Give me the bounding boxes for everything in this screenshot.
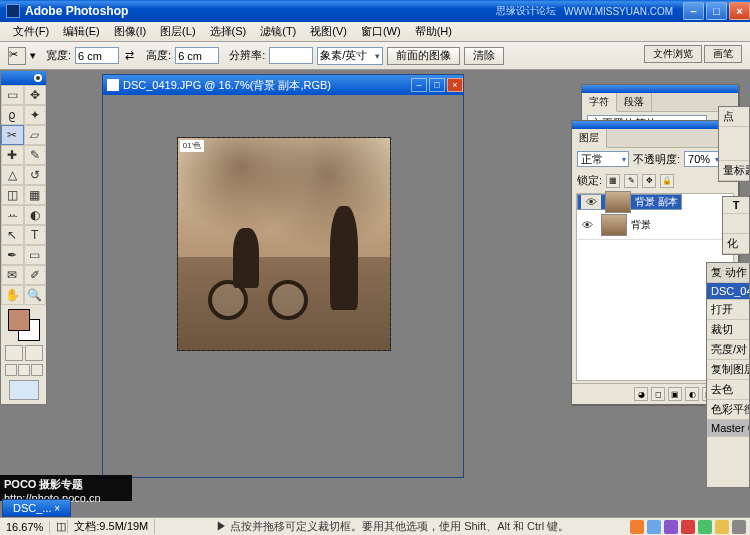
visibility-icon[interactable]: 👁 — [577, 219, 597, 231]
resolution-unit-select[interactable]: 象素/英寸 — [317, 47, 383, 65]
adjustment-layer-icon[interactable]: ◐ — [685, 387, 699, 401]
eyedropper-tool[interactable]: ✐ — [24, 265, 47, 285]
standard-mode-icon[interactable] — [5, 345, 23, 361]
fg-color[interactable] — [8, 309, 30, 331]
path-select-tool[interactable]: ↖ — [1, 225, 24, 245]
history-brush-tool[interactable]: ↺ — [24, 165, 47, 185]
lock-trans-icon[interactable]: ▦ — [606, 174, 620, 188]
menu-edit[interactable]: 编辑(E) — [56, 22, 107, 41]
action-item[interactable]: 亮度/对 — [707, 340, 749, 360]
action-item[interactable]: 复制图层 — [707, 360, 749, 380]
notes-tool[interactable]: ✉ — [1, 265, 24, 285]
menu-window[interactable]: 窗口(W) — [354, 22, 408, 41]
slice-tool[interactable]: ▱ — [24, 125, 47, 145]
height-input[interactable]: 6 cm — [175, 47, 219, 64]
menu-image[interactable]: 图像(I) — [107, 22, 153, 41]
palette-drag-bar[interactable] — [582, 85, 738, 93]
layer-row[interactable]: 👁 背景 副本 — [577, 194, 682, 210]
color-swatches[interactable] — [8, 309, 40, 341]
screen-standard-icon[interactable] — [5, 364, 17, 376]
layer-thumb[interactable] — [605, 191, 631, 213]
tray-icon[interactable] — [630, 520, 644, 534]
status-icon[interactable]: ◫ — [50, 520, 68, 533]
visibility-icon[interactable]: 👁 — [581, 195, 601, 209]
stamp-tool[interactable]: △ — [1, 165, 24, 185]
lasso-tool[interactable]: ϱ — [1, 105, 24, 125]
tray-icon[interactable] — [647, 520, 661, 534]
doc-tab[interactable]: DSC_... × — [2, 499, 71, 517]
dodge-tool[interactable]: ◐ — [24, 205, 47, 225]
menu-layer[interactable]: 图层(L) — [153, 22, 202, 41]
crop-tool[interactable]: ✂ — [1, 125, 24, 145]
layer-mask-icon[interactable]: ◻ — [651, 387, 665, 401]
toolbox-header[interactable] — [1, 71, 46, 85]
wand-tool[interactable]: ✦ — [24, 105, 47, 125]
resolution-input[interactable] — [269, 47, 313, 64]
tray-icon[interactable] — [664, 520, 678, 534]
tray-icon[interactable] — [732, 520, 746, 534]
menu-help[interactable]: 帮助(H) — [408, 22, 459, 41]
heal-tool[interactable]: ✚ — [1, 145, 24, 165]
doc-close-button[interactable]: × — [447, 78, 463, 92]
doc-maximize-button[interactable]: □ — [429, 78, 445, 92]
blend-mode-select[interactable]: 正常 — [577, 151, 629, 167]
window-close-button[interactable]: × — [729, 2, 750, 20]
layer-name[interactable]: 背景 — [631, 218, 733, 232]
layer-thumb[interactable] — [601, 214, 627, 236]
action-item[interactable]: 去色 — [707, 380, 749, 400]
action-set[interactable]: DSC_04 — [707, 283, 749, 300]
dock-brush-tab[interactable]: 画笔 — [704, 45, 742, 63]
tray-icon[interactable] — [715, 520, 729, 534]
dock-filebrowser-tab[interactable]: 文件浏览 — [644, 45, 702, 63]
pen-tool[interactable]: ✒ — [1, 245, 24, 265]
zoom-level[interactable]: 16.67% — [0, 521, 50, 533]
move-tool[interactable]: ✥ — [24, 85, 47, 105]
clear-button[interactable]: 清除 — [464, 47, 504, 65]
menu-file[interactable]: 文件(F) — [6, 22, 56, 41]
screen-fullmenu-icon[interactable] — [18, 364, 30, 376]
rect-marquee-tool[interactable]: ▭ — [1, 85, 24, 105]
lock-paint-icon[interactable]: ✎ — [624, 174, 638, 188]
layer-row[interactable]: 👁 背景 — [577, 210, 733, 240]
action-item[interactable]: 色彩平衡 — [707, 400, 749, 420]
tab-layers[interactable]: 图层 — [572, 129, 607, 148]
brush-tool[interactable]: ✎ — [24, 145, 47, 165]
layer-style-icon[interactable]: ◕ — [634, 387, 648, 401]
opacity-input[interactable]: 70% — [684, 151, 722, 167]
right-strip-a: 点 量标题 — [718, 106, 750, 182]
width-input[interactable]: 6 cm — [75, 47, 119, 64]
lock-move-icon[interactable]: ✥ — [642, 174, 656, 188]
doc-size[interactable]: 文档:9.5M/19M — [68, 519, 155, 534]
hand-tool[interactable]: ✋ — [1, 285, 24, 305]
menu-view[interactable]: 视图(V) — [303, 22, 354, 41]
document-titlebar[interactable]: DSC_0419.JPG @ 16.7%(背景 副本,RGB) – □ × — [103, 75, 463, 95]
front-image-button[interactable]: 前面的图像 — [387, 47, 460, 65]
screen-full-icon[interactable] — [31, 364, 43, 376]
action-item[interactable]: 裁切 — [707, 320, 749, 340]
window-minimize-button[interactable]: – — [683, 2, 704, 20]
jump-imageready-icon[interactable] — [9, 380, 39, 400]
action-item[interactable]: 打开 — [707, 300, 749, 320]
shape-tool[interactable]: ▭ — [24, 245, 47, 265]
tray-icon[interactable] — [681, 520, 695, 534]
tab-paragraph[interactable]: 段落 — [617, 93, 652, 111]
lock-all-icon[interactable]: 🔒 — [660, 174, 674, 188]
window-maximize-button[interactable]: □ — [706, 2, 727, 20]
action-item[interactable]: Master C — [707, 420, 749, 437]
canvas-crop-area[interactable]: 01'色 — [177, 137, 391, 351]
zoom-tool[interactable]: 🔍 — [24, 285, 47, 305]
crop-tool-icon[interactable]: ✂ — [8, 47, 26, 65]
doc-minimize-button[interactable]: – — [411, 78, 427, 92]
palette-drag-bar[interactable] — [572, 121, 738, 129]
blur-tool[interactable]: ꕀ — [1, 205, 24, 225]
type-tool[interactable]: T — [24, 225, 47, 245]
tab-character[interactable]: 字符 — [582, 93, 617, 112]
layer-name[interactable]: 背景 副本 — [635, 195, 678, 209]
eraser-tool[interactable]: ◫ — [1, 185, 24, 205]
tray-icon[interactable] — [698, 520, 712, 534]
layer-set-icon[interactable]: ▣ — [668, 387, 682, 401]
menu-select[interactable]: 选择(S) — [203, 22, 254, 41]
menu-filter[interactable]: 滤镜(T) — [253, 22, 303, 41]
gradient-tool[interactable]: ▦ — [24, 185, 47, 205]
quickmask-mode-icon[interactable] — [25, 345, 43, 361]
